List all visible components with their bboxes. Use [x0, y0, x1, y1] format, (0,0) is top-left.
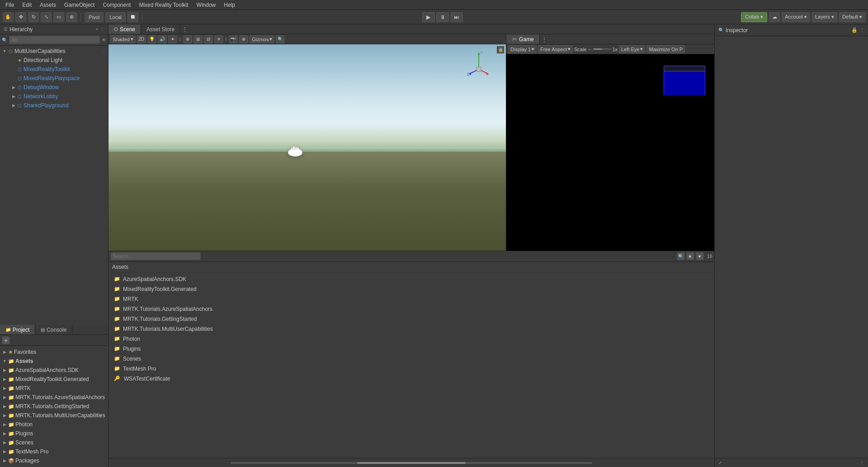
project-add-btn[interactable]: +: [2, 336, 10, 344]
asset-store-tab[interactable]: Asset Store: [141, 24, 180, 34]
asset-item-scenes[interactable]: 📁 Scenes: [112, 354, 711, 364]
inspector-lock-icon[interactable]: 🔒: [851, 27, 858, 33]
root-more-btn[interactable]: ⋮: [102, 49, 106, 54]
hierarchy-search-input[interactable]: [9, 36, 100, 44]
2d-btn[interactable]: 2D: [137, 35, 146, 43]
scene-btn2[interactable]: ⊞: [193, 35, 203, 43]
lighting-btn[interactable]: 💡: [147, 35, 156, 43]
pivot-btn[interactable]: Pivot: [85, 12, 104, 22]
menu-gameobject[interactable]: GameObject: [61, 1, 98, 9]
hierarchy-item-mrtk[interactable]: ⬡ MixedRealityToolkit: [0, 65, 108, 74]
menu-window[interactable]: Window: [193, 1, 220, 9]
scene-cam-btn[interactable]: 📷: [229, 35, 238, 43]
hierarchy-more-btn[interactable]: ⋮: [100, 27, 104, 32]
asset-item-mrtk-gen[interactable]: 📁 MixedRealityToolkit.Generated: [112, 284, 711, 294]
asset-item-mrtk-azure[interactable]: 📁 MRTK.Tutorials.AzureSpatialAnchors: [112, 304, 711, 314]
hierarchy-add-btn[interactable]: +: [95, 27, 98, 32]
game-tab[interactable]: 🎮 Game: [506, 34, 540, 44]
menu-assets[interactable]: Assets: [36, 1, 60, 9]
step-btn[interactable]: ⏭: [450, 12, 463, 22]
scene-close-btn[interactable]: ✕: [214, 35, 223, 43]
menu-mrtk[interactable]: Mixed Reality Toolkit: [135, 1, 192, 9]
folder-mrtk-multiuser[interactable]: ▶ 📁 MRTK.Tutorials.MultiUserCapabilities: [0, 411, 108, 420]
inspector-more-btn[interactable]: ⋮: [859, 27, 864, 33]
asset-item-azure-sdk[interactable]: 📁 AzureSpatialAnchors.SDK: [112, 274, 711, 284]
project-tab[interactable]: 📁 Project: [0, 325, 35, 334]
account-dropdown[interactable]: Account ▾: [782, 12, 810, 22]
folder-azure-sdk[interactable]: ▶ 📁 AzureSpatialAnchors.SDK: [0, 366, 108, 375]
asset-item-mrtk-mu[interactable]: 📁 MRTK.Tutorials.MultiUserCapabilities: [112, 324, 711, 334]
hierarchy-item-debugwindow[interactable]: ▶ ⬡ DebugWindow: [0, 83, 108, 92]
inspector-more2-btn[interactable]: ⋮: [860, 460, 864, 465]
scene-search-btn[interactable]: 🔍: [276, 35, 285, 43]
asset-item-wsa-cert[interactable]: 🔑 WSATestCertificate: [112, 374, 711, 384]
folder-scenes[interactable]: ▶ 📁 Scenes: [0, 438, 108, 447]
scale-slider[interactable]: [593, 48, 611, 50]
hierarchy-item-mrplayspace[interactable]: ⬡ MixedRealityPlayspace: [0, 74, 108, 83]
cloud-btn[interactable]: ☁: [769, 12, 780, 22]
favorites-item[interactable]: ▶ ★ Favorites: [0, 348, 108, 357]
play-btn[interactable]: ▶: [422, 12, 435, 22]
horizontal-scrollbar[interactable]: [231, 462, 592, 464]
maximize-dropdown[interactable]: Maximize On P: [646, 45, 685, 53]
assets-root-item[interactable]: ▼ 📁 Assets: [0, 357, 108, 366]
layers-dropdown[interactable]: Layers ▾: [812, 12, 837, 22]
menu-edit[interactable]: Edit: [19, 1, 35, 9]
tabs-more-btn[interactable]: ⋮: [180, 24, 189, 34]
hierarchy-item-sharedplayground[interactable]: ▶ ⬡ SharedPlayground: [0, 101, 108, 110]
local-btn[interactable]: Local: [105, 12, 125, 22]
asset-item-mrtk-gs[interactable]: 📁 MRTK.Tutorials.GettingStarted: [112, 314, 711, 324]
display-dropdown[interactable]: Display 1 ▾: [508, 45, 537, 53]
folder-mrtk-getting-started[interactable]: ▶ 📁 MRTK.Tutorials.GettingStarted: [0, 402, 108, 411]
rotate-tool-btn[interactable]: ↻: [28, 12, 39, 22]
scene-btn1[interactable]: ⊕: [183, 35, 192, 43]
fx-btn[interactable]: ✦: [168, 35, 177, 43]
menu-component[interactable]: Component: [99, 1, 134, 9]
snap-btn[interactable]: 🔲: [127, 12, 138, 22]
collab-btn[interactable]: Collab ▾: [741, 12, 767, 22]
packages-item[interactable]: ▶ 📦 Packages: [0, 456, 108, 465]
menu-file[interactable]: File: [2, 1, 18, 9]
scene-tab[interactable]: ⬡ Scene: [108, 24, 141, 34]
audio-btn[interactable]: 🔊: [158, 35, 167, 43]
asset-fav-btn[interactable]: ♥: [696, 252, 704, 260]
hierarchy-item-directional-light[interactable]: ☀ Directional Light: [0, 56, 108, 65]
folder-mrtk-generated[interactable]: ▶ 📁 MixedRealityToolkit.Generated: [0, 375, 108, 384]
eye-dropdown[interactable]: Left Eye ▾: [619, 45, 645, 53]
scene-btn3[interactable]: ⊟: [204, 35, 213, 43]
scene-lock-btn[interactable]: 🔒: [497, 46, 504, 53]
console-tab[interactable]: ▤ Console: [35, 325, 72, 334]
folder-photon[interactable]: ▶ 📁 Photon: [0, 420, 108, 429]
asset-item-plugins[interactable]: 📁 Plugins: [112, 344, 711, 354]
hierarchy-item-networklobby[interactable]: ▶ ⬡ NetworkLobby: [0, 92, 108, 101]
rect-tool-btn[interactable]: ▭: [53, 12, 64, 22]
folder-plugins[interactable]: ▶ 📁 Plugins: [0, 429, 108, 438]
hand-tool-btn[interactable]: ✋: [3, 12, 14, 22]
game-tab-more[interactable]: ⋮: [540, 34, 549, 44]
asset-search-input[interactable]: [110, 252, 201, 260]
main-toolbar: ✋ ✥ ↻ ⤡ ▭ ⊕ Pivot Local 🔲 ▶ ⏸ ⏭: [0, 10, 868, 24]
pause-btn[interactable]: ⏸: [436, 12, 449, 22]
transform-tool-btn[interactable]: ⊕: [66, 12, 77, 22]
move-tool-btn[interactable]: ✥: [15, 12, 26, 22]
hierarchy-item-root[interactable]: ▼ ⬡ MultiUserCapabilities ⋮: [0, 47, 108, 56]
folder-textmesh[interactable]: ▶ 📁 TextMesh Pro: [0, 447, 108, 456]
asset-item-photon[interactable]: 📁 Photon: [112, 334, 711, 344]
asset-filter-btn[interactable]: 🔍: [677, 252, 685, 260]
gizmos-dropdown[interactable]: Gizmos ▾: [250, 35, 274, 43]
hierarchy-eye-btn[interactable]: 👁: [102, 38, 106, 43]
asset-bookmark-btn[interactable]: ★: [686, 252, 694, 260]
scene-canvas[interactable]: Y Z: [108, 44, 506, 251]
shaded-dropdown[interactable]: Shaded ▾: [110, 35, 136, 43]
folder-mrtk[interactable]: ▶ 📁 MRTK: [0, 384, 108, 393]
scale-tool-btn[interactable]: ⤡: [41, 12, 52, 22]
asset-item-textmesh[interactable]: 📁 TextMesh Pro: [112, 364, 711, 374]
asset-item-mrtk[interactable]: 📁 MRTK: [112, 294, 711, 304]
menu-help[interactable]: Help: [220, 1, 239, 9]
game-canvas[interactable]: [506, 54, 714, 251]
aspect-dropdown[interactable]: Free Aspect ▾: [538, 45, 573, 53]
inspector-resize-icon[interactable]: ⤢: [718, 460, 722, 465]
default-layout-dropdown[interactable]: Default ▾: [839, 12, 865, 22]
scene-btn4[interactable]: ⊕: [239, 35, 248, 43]
folder-mrtk-azure[interactable]: ▶ 📁 MRTK.Tutorials.AzureSpatialAnchors: [0, 393, 108, 402]
